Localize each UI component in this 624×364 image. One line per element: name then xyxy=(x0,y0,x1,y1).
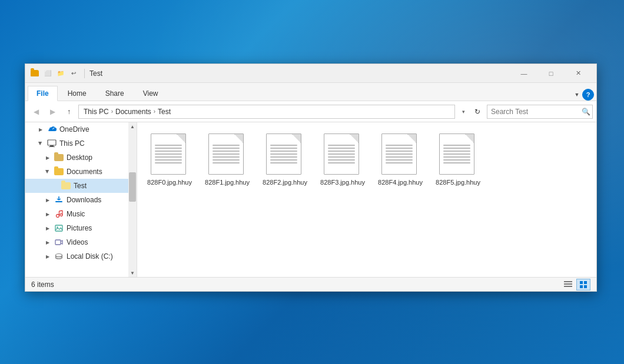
file-item-file3[interactable]: 828F3.jpg.hhuy xyxy=(316,128,369,192)
sidebar-item-music[interactable]: ▶ Music xyxy=(25,207,129,221)
sidebar-label-music: Music xyxy=(67,210,85,218)
doc-shape xyxy=(381,133,417,175)
doc-shape xyxy=(439,133,474,175)
path-test[interactable]: Test xyxy=(158,108,171,116)
sidebar-item-test[interactable]: ▶ Test xyxy=(25,179,129,193)
doc-shape xyxy=(324,133,359,175)
sidebar-item-videos[interactable]: ▶ Videos xyxy=(25,235,129,249)
doc-line xyxy=(443,151,470,152)
tab-view[interactable]: View xyxy=(134,85,167,101)
svg-line-10 xyxy=(59,211,63,211)
svg-rect-19 xyxy=(580,281,583,284)
doc-line xyxy=(155,156,182,158)
scrollbar-down-button[interactable]: ▼ xyxy=(128,269,137,277)
sidebar-item-onedrive[interactable]: ▶ OneDrive xyxy=(25,122,129,136)
scrollbar-track[interactable] xyxy=(128,131,137,269)
doc-line xyxy=(328,145,355,146)
file-item-file5[interactable]: 828F5.jpg.hhuy xyxy=(432,128,484,192)
tab-home[interactable]: Home xyxy=(59,85,95,101)
documents-folder-icon xyxy=(54,166,64,177)
doc-line xyxy=(386,156,413,158)
expand-arrow-onedrive: ▶ xyxy=(37,126,44,133)
doc-line xyxy=(386,145,413,146)
view-controls xyxy=(561,279,590,290)
doc-line xyxy=(443,156,470,158)
sidebar-label-documents: Documents xyxy=(67,168,102,176)
doc-line xyxy=(443,145,470,146)
tab-file[interactable]: File xyxy=(28,86,58,101)
back-button[interactable]: ◀ xyxy=(29,105,43,119)
sidebar-item-this-pc[interactable]: ▶ This PC xyxy=(25,136,129,151)
doc-line xyxy=(386,151,413,152)
ribbon-collapse-button[interactable]: ▼ xyxy=(572,89,582,101)
file-item-file1[interactable]: 828F1.jpg.hhuy xyxy=(201,128,254,192)
doc-line xyxy=(270,148,297,149)
window-title: Test xyxy=(87,69,510,78)
pc-icon xyxy=(47,138,57,149)
expand-arrow-documents: ▶ xyxy=(44,168,51,175)
sidebar-item-documents[interactable]: ▶ Documents xyxy=(25,165,129,179)
doc-line xyxy=(155,153,182,155)
doc-line xyxy=(270,153,297,155)
doc-line xyxy=(155,162,182,163)
forward-button[interactable]: ▶ xyxy=(45,105,59,119)
svg-point-12 xyxy=(57,226,58,228)
sidebar-item-downloads[interactable]: ▶ Downloads xyxy=(25,193,129,207)
item-count: 6 items xyxy=(31,280,54,289)
file-name-file4: 828F4.jpg.hhuy xyxy=(378,178,423,186)
refresh-button[interactable]: ↻ xyxy=(470,105,484,119)
file-item-file0[interactable]: 828F0.jpg.hhuy xyxy=(143,128,196,192)
minimize-button[interactable]: — xyxy=(510,64,537,83)
onedrive-icon xyxy=(47,124,57,135)
help-button[interactable]: ? xyxy=(582,89,594,101)
search-box: 🔍 xyxy=(487,105,593,119)
list-view-button[interactable] xyxy=(561,279,575,290)
drive-icon xyxy=(54,251,64,262)
doc-line xyxy=(328,162,355,163)
file-item-file2[interactable]: 828F2.jpg.hhuy xyxy=(258,128,311,192)
svg-rect-13 xyxy=(55,240,61,245)
sidebar-label-local-disk: Local Disk (C:) xyxy=(67,252,113,261)
sidebar-label-videos: Videos xyxy=(67,238,88,246)
tab-share[interactable]: Share xyxy=(97,85,133,101)
downloads-icon xyxy=(54,195,64,205)
maximize-button[interactable]: □ xyxy=(537,64,565,83)
scrollbar-thumb[interactable] xyxy=(129,172,136,202)
sidebar-item-local-disk[interactable]: ▶ Local Disk (C:) xyxy=(25,249,129,263)
file-item-file4[interactable]: 828F4.jpg.hhuy xyxy=(374,128,427,192)
path-dropdown-button[interactable]: ▾ xyxy=(459,105,468,119)
sidebar-label-onedrive: OneDrive xyxy=(59,125,89,133)
doc-line xyxy=(213,162,240,163)
sidebar-item-pictures[interactable]: ▶ Pictures xyxy=(25,221,129,235)
doc-shape xyxy=(208,133,244,175)
main-content: ▶ OneDrive ▶ This PC ▶ xyxy=(25,122,596,277)
window-controls: — □ ✕ xyxy=(510,64,592,83)
scrollbar-up-button[interactable]: ▲ xyxy=(128,122,137,131)
qa-undo-button[interactable]: ↩ xyxy=(68,68,79,79)
up-button[interactable]: ↑ xyxy=(62,105,76,119)
svg-rect-1 xyxy=(50,145,54,146)
search-icon-button[interactable]: 🔍 xyxy=(582,108,590,116)
sidebar-item-desktop[interactable]: ▶ Desktop xyxy=(25,151,129,165)
explorer-window: ⬜ 📁 ↩ Test — □ ✕ File Home Share View ▼ … xyxy=(25,64,597,292)
sidebar-label-this-pc: This PC xyxy=(59,139,85,148)
doc-line xyxy=(270,159,297,161)
doc-lines xyxy=(155,145,182,163)
close-button[interactable]: ✕ xyxy=(565,64,592,83)
doc-line xyxy=(213,156,240,158)
path-this-pc[interactable]: This PC xyxy=(84,108,109,116)
title-bar-icon xyxy=(30,69,39,78)
svg-point-15 xyxy=(56,256,62,259)
file-name-file1: 828F1.jpg.hhuy xyxy=(205,178,250,186)
grid-view-button[interactable] xyxy=(576,279,590,290)
doc-line xyxy=(270,151,297,152)
address-path[interactable]: This PC › Documents › Test xyxy=(78,105,455,119)
qa-new-folder-button[interactable]: 📁 xyxy=(55,68,67,79)
search-input[interactable] xyxy=(491,108,579,116)
doc-line xyxy=(155,148,182,149)
qa-properties-button[interactable]: ⬜ xyxy=(42,68,54,79)
music-icon xyxy=(54,209,64,219)
path-documents[interactable]: Documents xyxy=(115,108,151,116)
sidebar-label-desktop: Desktop xyxy=(67,153,92,162)
videos-icon xyxy=(54,237,64,248)
